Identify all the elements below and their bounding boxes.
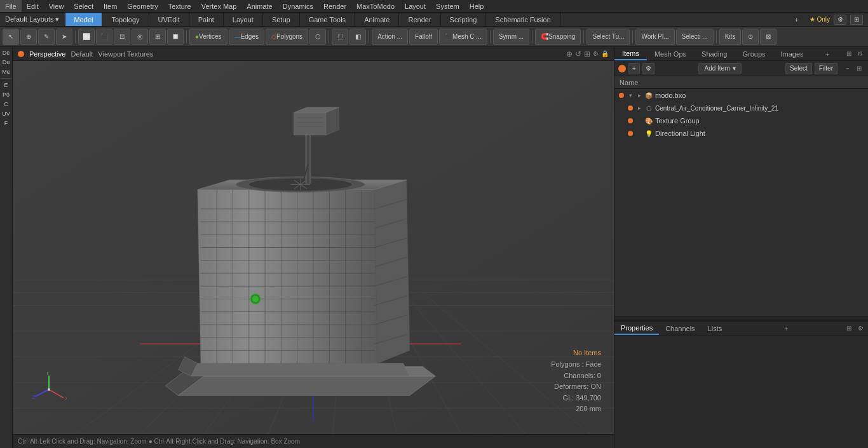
rp-tab-add[interactable]: + [820,47,834,60]
layout-tab-model[interactable]: Model [65,13,103,26]
tool-kits[interactable]: Kits [719,29,742,45]
layout-tab-animate[interactable]: Animate [355,13,399,26]
tool-nav2[interactable]: ⊠ [760,29,776,45]
item-vis-modo-bxo[interactable] [617,91,626,100]
sidebar-tool-2[interactable]: Du [1,58,12,67]
viewport-icon-lock[interactable]: 🔒 [601,50,609,57]
layout-fullscreen-button[interactable]: ⊞ [850,15,863,25]
item-expand-modo-bxo[interactable]: ▾ [626,91,635,100]
viewport-icon-gear[interactable]: ⚙ [593,50,599,57]
rp-tab-items[interactable]: Items [614,47,647,60]
rp-tab-meshops[interactable]: Mesh Ops [647,47,694,60]
items-expand-btn[interactable]: ⊞ [854,64,864,74]
rp-tab-groups[interactable]: Groups [735,47,773,60]
menu-select[interactable]: Select [69,0,98,12]
menu-file[interactable]: File [0,0,22,12]
viewport-icon-rotate[interactable]: ↺ [575,50,581,58]
layouts-dropdown[interactable]: Default Layouts ▾ [0,13,65,26]
items-add-btn[interactable]: + [628,63,640,74]
sidebar-tool-1[interactable]: De [1,48,12,57]
tool-work-pl[interactable]: Work Pl... [635,29,674,45]
layout-tab-render[interactable]: Render [399,13,440,26]
viewport-perspective-label[interactable]: Perspective [29,50,65,58]
layout-tab-uvedit[interactable]: UVEdit [149,13,189,26]
menu-view[interactable]: View [44,0,69,12]
sidebar-tool-4[interactable]: E [1,81,12,90]
tool-select-tu[interactable]: Select Tu... [587,29,630,45]
tool-pen[interactable]: ✎ [38,29,55,45]
tool-mesh-c[interactable]: ⬛ Mesh C ... [439,29,487,45]
menu-item[interactable]: Item [98,0,122,12]
tool-wire1[interactable]: ⬚ [332,29,348,45]
tool-transform2[interactable]: ⬛ [96,29,112,45]
rp-tab-shading[interactable]: Shading [694,47,735,60]
sidebar-tool-8[interactable]: F [1,119,12,128]
item-subexpand-modo-bxo[interactable]: ▸ [635,91,644,100]
item-vis-dir-light[interactable] [626,129,635,138]
tool-edges[interactable]: — Edges [229,29,264,45]
menu-animate[interactable]: Animate [241,0,277,12]
menu-render[interactable]: Render [318,0,351,12]
layout-settings-button[interactable]: ⚙ [834,15,846,25]
item-vis-dot-dir-light[interactable] [628,131,633,136]
prop-tab-channels[interactable]: Channels [659,322,701,335]
sidebar-tool-5[interactable]: Po [1,90,12,99]
prop-tab-lists[interactable]: Lists [702,322,729,335]
tool-vertices[interactable]: ● Vertices [189,29,227,45]
menu-vertexmap[interactable]: Vertex Map [196,0,242,12]
layout-tab-topology[interactable]: Topology [102,13,149,26]
item-vis-dot-modo-bxo[interactable] [619,93,624,98]
prop-tab-add[interactable]: + [779,322,793,335]
layout-tab-gametools[interactable]: Game Tools [300,13,356,26]
panel-divider[interactable] [614,316,868,321]
layout-add-button[interactable]: + [789,13,804,26]
tool-transform5[interactable]: ⊞ [149,29,166,45]
viewport-dot[interactable] [18,51,24,57]
prop-settings-icon[interactable]: ⚙ [855,323,865,334]
sidebar-tool-3[interactable]: Me [1,67,12,76]
items-settings-btn[interactable]: ⚙ [642,63,654,74]
item-row-dir-light[interactable]: 💡 Directional Light [623,127,868,140]
item-vis-dot-texture-group[interactable] [628,118,633,123]
menu-system[interactable]: System [431,0,465,12]
layout-tab-scripting[interactable]: Scripting [441,13,487,26]
viewport-icon-zoom[interactable]: ⊞ [584,50,590,58]
rp-tab-images[interactable]: Images [773,47,811,60]
menu-geometry[interactable]: Geometry [122,0,163,12]
tool-transform3[interactable]: ⊡ [114,29,130,45]
menu-layout[interactable]: Layout [400,0,431,12]
layout-tab-setup[interactable]: Setup [263,13,300,26]
viewport-default-label[interactable]: Default [71,50,93,58]
viewport-canvas[interactable]: No Items Polygons : Face Channels: 0 Def… [13,61,614,434]
tool-select[interactable]: ↖ [3,29,19,45]
menu-edit[interactable]: Edit [22,0,44,12]
menu-dynamics[interactable]: Dynamics [278,0,318,12]
tool-symm[interactable]: Symm ... [493,29,529,45]
menu-texture[interactable]: Texture [163,0,196,12]
tool-subd[interactable]: ⬡ [309,29,326,45]
add-item-button[interactable]: Add Item ▾ [698,63,741,74]
item-vis-texture-group[interactable] [626,116,635,125]
item-expand-ac[interactable]: ▸ [635,104,644,112]
layout-tab-schematicfusion[interactable]: Schematic Fusion [486,13,560,26]
tool-polygons[interactable]: ◇ Polygons [266,29,308,45]
tool-falloff[interactable]: Falloff [409,29,438,45]
layout-tab-paint[interactable]: Paint [189,13,224,26]
tool-globe[interactable]: ⊕ [20,29,37,45]
item-row-modo-bxo[interactable]: ▾ ▸ 📦 modo.bxo [614,89,868,102]
item-row-ac[interactable]: ▸ ⬡ Central_Air_Conditioner_Carrier_Infi… [623,102,868,114]
sidebar-tool-7[interactable]: UV [1,109,12,118]
sidebar-tool-6[interactable]: C [1,100,12,109]
menu-maxtomodo[interactable]: MaxToModo [351,0,400,12]
layout-tab-layout[interactable]: Layout [224,13,263,26]
rp-settings-icon[interactable]: ⚙ [855,49,865,59]
viewport-icon-move[interactable]: ⊕ [566,50,573,58]
prop-fullscreen-icon[interactable]: ⊞ [844,323,854,334]
item-row-texture-group[interactable]: 🎨 Texture Group [623,114,868,127]
items-filter-btn[interactable]: Filter [815,63,837,74]
items-select-btn[interactable]: Select [785,63,812,74]
items-vis-toggle1[interactable] [618,65,626,72]
viewport-textures-label[interactable]: Viewport Textures [98,50,153,58]
prop-tab-properties[interactable]: Properties [614,322,659,335]
tool-wire2[interactable]: ◧ [349,29,366,45]
